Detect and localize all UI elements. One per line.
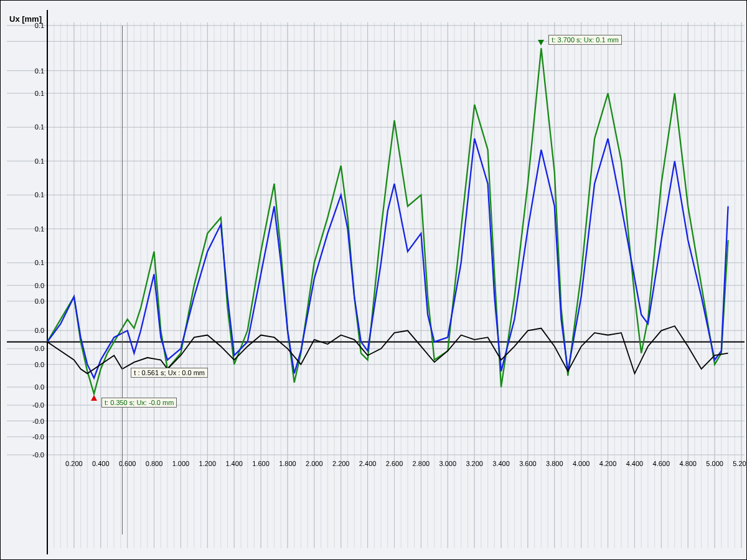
cursor-vertical-line [122,26,123,534]
max-marker-icon [538,40,544,45]
callout-cursor[interactable]: t : 0.561 s; Ux : 0.0 mm [131,368,208,378]
x-tick-labels: 0.2000.4000.6000.8001.0001.2001.4001.600… [1,460,747,472]
callout-min[interactable]: t: 0.350 s; Ux: -0.0 mm [101,398,177,408]
min-marker-icon [91,395,97,401]
callout-max[interactable]: t: 3.700 s; Ux: 0.1 mm [548,35,622,45]
y-tick-labels: 0.10.10.10.10.10.10.10.10.00.00.00.00.00… [1,1,44,560]
plot-area[interactable] [1,1,747,560]
chart-container: Ux [mm] 0.10.10.10.10.10.10.10.10.00.00.… [0,0,747,560]
